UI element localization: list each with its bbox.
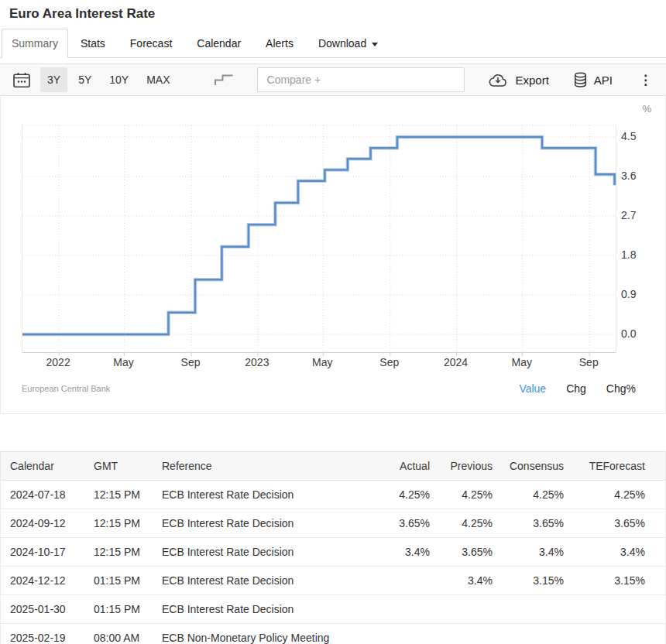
tab-stats[interactable]: Stats: [68, 29, 118, 57]
table-cell: [570, 624, 665, 644]
table-cell: [499, 624, 570, 644]
table-cell: [570, 595, 665, 624]
table-cell: ECB Non-Monetary Policy Meeting: [153, 624, 374, 644]
date-range-calendar-button[interactable]: [11, 70, 33, 90]
range-3y-button[interactable]: 3Y: [40, 67, 67, 92]
chg-percent-link[interactable]: Chg%: [606, 382, 636, 395]
range-5y-button[interactable]: 5Y: [71, 67, 98, 92]
table-cell: 2025-02-19: [1, 624, 84, 644]
tab-bar: Summary Stats Forecast Calendar Alerts D…: [0, 28, 666, 58]
toolbar-actions: Export API ⋮: [486, 70, 655, 90]
step-line-chart-icon: [213, 73, 234, 87]
y-axis-tick-label: 0.9: [621, 288, 652, 300]
caret-down-icon: [372, 43, 378, 46]
column-header: Consensus: [499, 452, 570, 481]
y-axis-unit: %: [642, 103, 651, 115]
x-axis-tick-label: Sep: [181, 356, 201, 368]
column-header: Calendar: [1, 452, 84, 481]
chart-plot[interactable]: [22, 124, 616, 353]
tab-calendar[interactable]: Calendar: [184, 29, 253, 57]
chg-link[interactable]: Chg: [566, 382, 586, 395]
kebab-menu-icon[interactable]: ⋮: [636, 72, 655, 88]
table-row[interactable]: 2024-10-1712:15 PMECB Interest Rate Deci…: [1, 538, 665, 567]
column-header: TEForecast: [570, 452, 665, 481]
table-cell: 3.65%: [499, 509, 570, 538]
y-axis-tick-label: 4.5: [621, 130, 652, 142]
table-cell: 4.25%: [436, 481, 499, 509]
table-cell: [436, 595, 499, 624]
table-cell: 01:15 PM: [84, 595, 153, 624]
tab-download[interactable]: Download: [306, 29, 390, 57]
y-axis-tick-label: 1.8: [621, 248, 652, 261]
api-label: API: [594, 74, 613, 87]
y-axis-tick-label: 2.7: [621, 209, 652, 221]
database-icon: [574, 72, 587, 88]
table-cell: ECB Interest Rate Decision: [153, 567, 374, 595]
tab-forecast[interactable]: Forecast: [118, 29, 184, 57]
table-cell: ECB Interest Rate Decision: [153, 509, 374, 538]
chart-footer: European Central Bank Value Chg Chg%: [22, 382, 636, 395]
chart-plot-svg: [22, 124, 616, 352]
table-cell: 12:15 PM: [84, 481, 153, 509]
table-cell: 3.65%: [374, 509, 436, 538]
x-axis-tick-label: 2024: [444, 356, 468, 368]
api-button[interactable]: API: [572, 70, 614, 90]
table-cell: ECB Interest Rate Decision: [153, 538, 374, 567]
table-cell: 3.4%: [499, 538, 570, 567]
y-axis-tick-label: 3.6: [621, 170, 652, 182]
table-row[interactable]: 2024-07-1812:15 PMECB Interest Rate Deci…: [1, 481, 665, 509]
table-cell: 2024-09-12: [1, 509, 84, 538]
compare-input[interactable]: [257, 67, 465, 92]
tab-download-label: Download: [318, 37, 366, 50]
column-header: Actual: [374, 452, 436, 481]
calendar-table: CalendarGMTReferenceActualPreviousConsen…: [0, 451, 666, 644]
table-cell: 3.4%: [570, 538, 665, 567]
table-cell: 2025-01-30: [1, 595, 84, 624]
table-cell: 3.65%: [570, 509, 665, 538]
table-cell: 01:15 PM: [84, 567, 153, 595]
x-axis-tick-label: Sep: [579, 356, 599, 368]
table-row[interactable]: 2024-09-1212:15 PMECB Interest Rate Deci…: [1, 509, 665, 538]
table-cell: 2024-07-18: [1, 481, 84, 509]
cloud-download-icon: [488, 73, 508, 87]
table-cell: ECB Interest Rate Decision: [153, 595, 374, 624]
table-row[interactable]: 2025-01-3001:15 PMECB Interest Rate Deci…: [1, 595, 665, 624]
table-cell: 08:00 AM: [84, 624, 153, 644]
x-axis-tick-label: May: [113, 356, 133, 368]
series-mode-links: Value Chg Chg%: [519, 382, 636, 395]
x-axis-tick-label: 2022: [46, 356, 70, 368]
interest-rate-series-line: [22, 137, 615, 334]
column-header: Reference: [153, 452, 374, 481]
table-cell: [436, 624, 499, 644]
chart-panel: % 0.00.91.82.73.64.52022MaySep2023MaySep…: [0, 96, 666, 414]
x-axis-tick-label: May: [312, 356, 332, 368]
table-cell: 12:15 PM: [84, 538, 153, 567]
table-cell: 4.25%: [570, 481, 665, 509]
table-cell: [374, 567, 436, 595]
tab-alerts[interactable]: Alerts: [253, 29, 306, 57]
table-cell: [374, 595, 436, 624]
chart-toolbar: 3Y 5Y 10Y MAX Export API ⋮: [0, 63, 666, 96]
chart-type-button[interactable]: [211, 71, 235, 88]
table-cell: 12:15 PM: [84, 509, 153, 538]
range-10y-button[interactable]: 10Y: [102, 67, 136, 92]
value-link[interactable]: Value: [519, 382, 546, 395]
column-header: Previous: [436, 452, 499, 481]
table-cell: 4.25%: [499, 481, 570, 509]
table-row[interactable]: 2024-12-1201:15 PMECB Interest Rate Deci…: [1, 567, 665, 595]
interest-rate-series-line: [22, 137, 615, 334]
table-cell: 2024-10-17: [1, 538, 84, 567]
table-cell: ECB Interest Rate Decision: [153, 481, 374, 509]
range-selector: 3Y 5Y 10Y MAX: [40, 67, 177, 92]
tab-summary[interactable]: Summary: [2, 29, 68, 58]
table-cell: 4.25%: [374, 481, 436, 509]
column-header: GMT: [84, 452, 153, 481]
range-max-button[interactable]: MAX: [139, 67, 177, 92]
table-cell: 3.15%: [570, 567, 665, 595]
table-cell: 3.65%: [436, 538, 499, 567]
table-row[interactable]: 2025-02-1908:00 AMECB Non-Monetary Polic…: [1, 624, 665, 644]
export-button[interactable]: Export: [486, 71, 550, 89]
x-axis-tick-label: 2023: [245, 356, 269, 368]
table-cell: 3.4%: [436, 567, 499, 595]
table-header-row: CalendarGMTReferenceActualPreviousConsen…: [1, 452, 665, 481]
